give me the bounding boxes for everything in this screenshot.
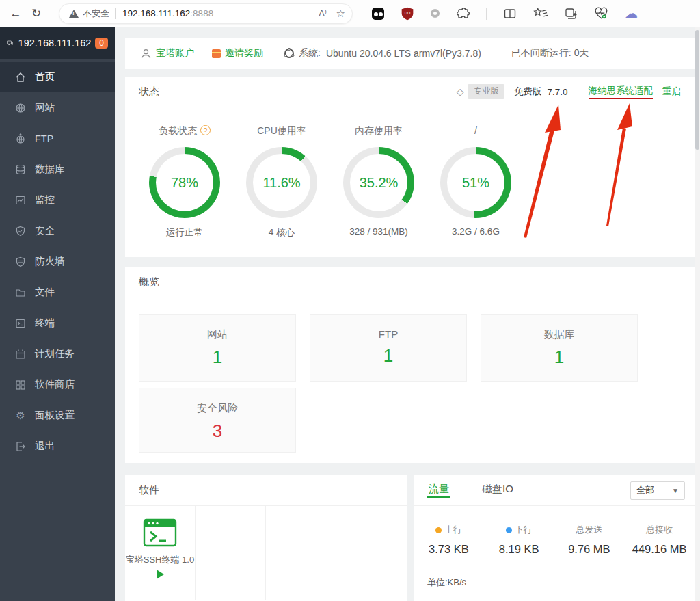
- waf-shield-icon: [15, 256, 26, 267]
- page-scrollbar[interactable]: [695, 27, 700, 601]
- ftp-count: 1: [310, 345, 466, 366]
- refresh-icon[interactable]: ↻: [26, 6, 46, 21]
- monitor-icon: [7, 38, 13, 49]
- overview-title: 概览: [139, 276, 159, 289]
- database-icon: [15, 164, 26, 175]
- url-port: :8888: [190, 8, 213, 18]
- version-number: 7.7.0: [547, 87, 567, 97]
- software-empty-cell: [196, 506, 266, 600]
- software-empty-cell: [266, 506, 336, 600]
- uptime-text: 已不间断运行: 0天: [511, 47, 589, 59]
- toolbar-divider: [486, 8, 487, 20]
- edition-label: 免费版: [514, 85, 542, 98]
- website-count: 1: [139, 347, 295, 368]
- sidebar-server-header[interactable]: 192.168.111.162 0: [0, 27, 115, 59]
- traffic-card: 流量 磁盘IO 全部 ▼ 上行 3.73 KB 下行 8.19 KB 总发送 9…: [414, 475, 695, 601]
- sidebar-item-monitor[interactable]: 监控: [0, 185, 115, 215]
- pro-version-badge[interactable]: 专业版: [468, 84, 504, 99]
- overview-card-database[interactable]: 数据库 1: [481, 314, 638, 382]
- traffic-filter-select[interactable]: 全部 ▼: [630, 481, 685, 500]
- user-icon: [140, 48, 152, 59]
- software-item-name: 宝塔SSH终端 1.0: [125, 554, 195, 566]
- database-count: 1: [481, 347, 637, 368]
- overview-card-security-risk[interactable]: 安全风险 3: [139, 388, 296, 453]
- disk-gauge-ring: 51%: [440, 147, 511, 218]
- adguard-extension-icon[interactable]: [372, 8, 384, 20]
- address-bar[interactable]: 不安全 192.168.111.162 :8888 A) ☆: [59, 3, 353, 24]
- globe-icon: [15, 103, 26, 113]
- favorites-collections-icon[interactable]: [533, 7, 548, 21]
- sidebar-item-logout[interactable]: 退出: [0, 431, 115, 462]
- memory-percent: 35.2%: [360, 175, 399, 191]
- extension-ring-icon[interactable]: [431, 9, 440, 18]
- overview-card-website[interactable]: 网站 1: [139, 314, 296, 382]
- gauge-memory: 内存使用率 35.2% 328 / 931(MB): [330, 125, 427, 239]
- system-info-bar: 宝塔账户 邀请奖励 系统: Ubuntu 20.04.6 LTS armv7l(…: [125, 38, 695, 69]
- stat-downstream: 下行 8.19 KB: [484, 524, 554, 556]
- duplicate-tab-icon[interactable]: [564, 7, 578, 21]
- read-aloud-icon[interactable]: A): [319, 8, 326, 18]
- gauge-disk-root: / 51% 3.2G / 6.6G: [427, 125, 524, 239]
- security-risk-count: 3: [139, 420, 295, 442]
- extensions-puzzle-icon[interactable]: [456, 7, 470, 21]
- restart-link[interactable]: 重启: [662, 85, 681, 98]
- server-ip: 192.168.111.162: [18, 38, 92, 49]
- folder-icon: [15, 287, 26, 298]
- sidebar-item-website[interactable]: 网站: [0, 92, 115, 123]
- back-icon[interactable]: ←: [5, 7, 26, 21]
- split-screen-icon[interactable]: [503, 7, 517, 21]
- sidebar-item-home[interactable]: 首页: [0, 62, 115, 92]
- tab-traffic[interactable]: 流量: [427, 483, 450, 498]
- gauge-load: 负载状态? 78% 运行正常: [136, 125, 233, 239]
- sidebar-item-files[interactable]: 文件: [0, 277, 115, 308]
- cloud-extension-icon[interactable]: ☁: [625, 5, 638, 21]
- favorite-star-icon[interactable]: ☆: [336, 8, 345, 20]
- cpu-percent: 11.6%: [262, 175, 300, 191]
- bt-account-link[interactable]: 宝塔账户: [156, 47, 194, 59]
- gauge-cpu: CPU使用率 11.6% 4 核心: [233, 125, 330, 239]
- notification-badge[interactable]: 0: [95, 38, 108, 49]
- divider: [115, 8, 116, 19]
- monitor-chart-icon: [15, 195, 26, 206]
- ssh-terminal-app-icon: [143, 518, 177, 547]
- stat-total-sent: 总发送 9.76 MB: [554, 524, 625, 556]
- total-received-value: 449.16 MB: [624, 543, 695, 556]
- cpu-cores-text: 4 核心: [233, 226, 330, 239]
- invite-reward-link[interactable]: 邀请奖励: [225, 47, 263, 59]
- help-icon[interactable]: ?: [200, 125, 211, 135]
- sidebar-item-cron[interactable]: 计划任务: [0, 338, 115, 369]
- sidebar-item-firewall[interactable]: 防火墙: [0, 246, 115, 277]
- tab-disk-io[interactable]: 磁盘IO: [481, 483, 515, 498]
- browser-essentials-heart-icon[interactable]: [594, 7, 608, 21]
- stat-upstream: 上行 3.73 KB: [414, 524, 484, 556]
- load-gauge-ring: 78%: [149, 147, 220, 218]
- overview-card-ftp[interactable]: FTP 1: [310, 314, 467, 382]
- scrollbar-thumb[interactable]: [695, 30, 699, 150]
- traffic-unit-label: 单位:KB/s: [427, 576, 695, 589]
- status-title: 状态: [139, 85, 159, 98]
- stat-total-received: 总接收 449.16 MB: [624, 524, 695, 556]
- sidebar: 192.168.111.162 0 首页 网站 FTP 数据库 监控 安全: [0, 27, 115, 601]
- url-host: 192.168.111.162: [122, 8, 190, 18]
- diamond-icon: ◇: [457, 86, 464, 97]
- sidebar-item-ftp[interactable]: FTP: [0, 123, 115, 154]
- grid-icon: [15, 379, 26, 390]
- total-sent-value: 9.76 MB: [554, 543, 625, 556]
- system-label: 系统:: [299, 47, 321, 59]
- shield-check-icon: [15, 226, 26, 237]
- hinas-adapt-link[interactable]: 海纳思系统适配: [589, 85, 654, 99]
- ublock-shield-icon[interactable]: UO: [401, 7, 414, 21]
- sidebar-item-security[interactable]: 安全: [0, 215, 115, 246]
- software-title: 软件: [139, 484, 159, 497]
- sidebar-item-terminal[interactable]: 终端: [0, 308, 115, 338]
- upstream-value: 3.73 KB: [414, 543, 484, 556]
- software-empty-cell: [336, 506, 407, 600]
- terminal-icon: [15, 318, 26, 329]
- play-icon[interactable]: [157, 570, 164, 579]
- svg-text:UO: UO: [405, 10, 411, 14]
- software-item-ssh-terminal[interactable]: 宝塔SSH终端 1.0: [125, 506, 196, 600]
- chevron-down-icon: ▼: [672, 487, 679, 494]
- sidebar-item-database[interactable]: 数据库: [0, 154, 115, 185]
- sidebar-item-settings[interactable]: ⚙ 面板设置: [0, 400, 115, 431]
- sidebar-item-appstore[interactable]: 软件商店: [0, 369, 115, 400]
